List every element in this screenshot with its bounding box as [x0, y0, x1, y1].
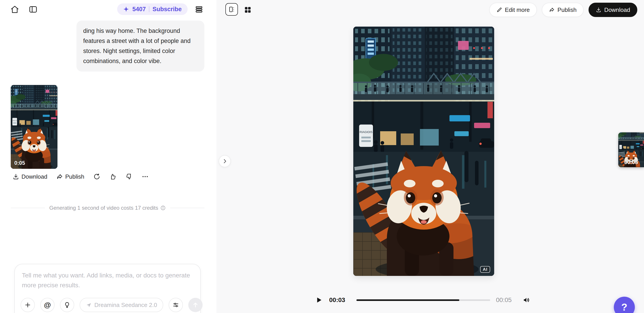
like-button[interactable] — [109, 173, 116, 180]
prompt-input[interactable] — [15, 264, 200, 293]
user-prompt-bubble: ding his way home. The background featur… — [76, 20, 204, 72]
history-stack-icon — [194, 5, 204, 14]
sidebar-toggle-button[interactable] — [28, 4, 38, 15]
help-button[interactable]: ? — [614, 297, 635, 313]
credits-subscribe-badge[interactable]: 5407 Subscribe — [117, 3, 188, 15]
credits-cost-text: Generating 1 second of video costs 17 cr… — [50, 205, 158, 211]
divider-line-left — [11, 208, 45, 208]
preview-area: Edit more Publish Download AI — [216, 0, 644, 313]
publish-label: Publish — [558, 6, 576, 14]
docked-thumbnail-duration: 00:05 — [618, 159, 644, 166]
current-time: 00:03 — [329, 296, 350, 304]
progress-bar[interactable] — [356, 299, 490, 301]
video-stage[interactable]: AI — [353, 26, 494, 276]
video-frame-art — [353, 26, 494, 276]
at-sign-icon: @ — [44, 301, 51, 309]
publish-share-icon — [549, 7, 555, 13]
play-icon — [315, 296, 323, 304]
download-result-button[interactable]: Download — [12, 173, 48, 180]
prompt-composer: @ Dreamina Seedance 2.0 — [14, 264, 201, 313]
divider-line-right — [170, 208, 204, 208]
badge-divider — [149, 6, 149, 12]
docked-video-thumbnail[interactable]: 00:05 — [618, 132, 644, 167]
seedance-model-icon — [86, 302, 92, 308]
grid-view-button[interactable] — [242, 4, 253, 15]
panel-expand-button[interactable] — [219, 155, 231, 167]
regenerate-icon — [93, 173, 100, 180]
generation-settings-button[interactable] — [168, 298, 183, 312]
subscribe-link[interactable]: Subscribe — [152, 6, 182, 13]
progress-fill — [356, 299, 459, 301]
share-arrow-icon — [56, 173, 63, 180]
composer-toolbar: @ Dreamina Seedance 2.0 — [20, 298, 202, 312]
canvas-frame-icon — [228, 6, 235, 13]
grid-icon — [244, 6, 252, 14]
info-icon[interactable] — [160, 205, 166, 210]
credits-count: 5407 — [132, 6, 146, 13]
volume-button[interactable] — [522, 295, 531, 305]
play-button[interactable] — [314, 295, 324, 305]
sliders-icon — [172, 302, 179, 308]
download-result-label: Download — [22, 173, 48, 180]
send-arrow-icon — [192, 301, 199, 308]
more-options-button[interactable] — [142, 173, 149, 180]
inspiration-button[interactable] — [60, 298, 74, 312]
canvas-view-button[interactable] — [226, 3, 238, 16]
lightbulb-icon — [64, 302, 70, 308]
edit-more-button[interactable]: Edit more — [489, 3, 537, 17]
model-selector[interactable]: Dreamina Seedance 2.0 — [80, 298, 163, 312]
history-button[interactable] — [194, 4, 204, 15]
video-thumbnail-art — [11, 85, 58, 169]
dislike-button[interactable] — [126, 173, 132, 180]
send-prompt-button[interactable] — [188, 298, 202, 312]
download-button[interactable]: Download — [588, 3, 637, 17]
thumbs-down-icon — [126, 173, 132, 180]
generation-actions-row: Download Publish — [12, 171, 149, 182]
download-icon — [12, 173, 19, 180]
generated-video-thumbnail[interactable]: 0:05 — [11, 85, 58, 169]
ellipsis-icon — [142, 173, 149, 180]
total-time: 00:05 — [496, 296, 518, 304]
model-selector-label: Dreamina Seedance 2.0 — [94, 302, 157, 308]
thumbnail-duration-label: 0:05 — [14, 160, 25, 166]
chevron-right-icon — [222, 158, 228, 164]
preview-toolbar: Edit more Publish Download — [489, 3, 637, 17]
home-icon — [10, 5, 19, 14]
sparkle-icon — [123, 6, 129, 12]
edit-more-label: Edit more — [505, 6, 530, 14]
add-attachment-button[interactable] — [20, 298, 35, 312]
thumbs-up-icon — [109, 173, 116, 180]
plus-icon — [24, 302, 31, 308]
regenerate-button[interactable] — [93, 173, 100, 180]
publish-button[interactable]: Publish — [542, 3, 584, 17]
home-button[interactable] — [10, 4, 20, 15]
dreamina-video-app: 5407 Subscribe ding his way home. The ba… — [0, 0, 644, 313]
speaker-icon — [522, 296, 530, 304]
question-mark-icon: ? — [622, 302, 628, 313]
download-dark-icon — [596, 7, 602, 13]
chat-panel: 5407 Subscribe ding his way home. The ba… — [0, 0, 216, 313]
credits-cost-note: Generating 1 second of video costs 17 cr… — [11, 205, 204, 211]
ai-watermark-badge: AI — [480, 266, 490, 273]
mention-button[interactable]: @ — [40, 298, 54, 312]
publish-result-button[interactable]: Publish — [56, 173, 84, 180]
publish-result-label: Publish — [65, 173, 84, 180]
download-label: Download — [604, 6, 630, 14]
playback-controls: 00:03 00:05 — [314, 293, 531, 307]
panel-toggle-icon — [28, 5, 38, 14]
pencil-icon — [496, 7, 502, 13]
